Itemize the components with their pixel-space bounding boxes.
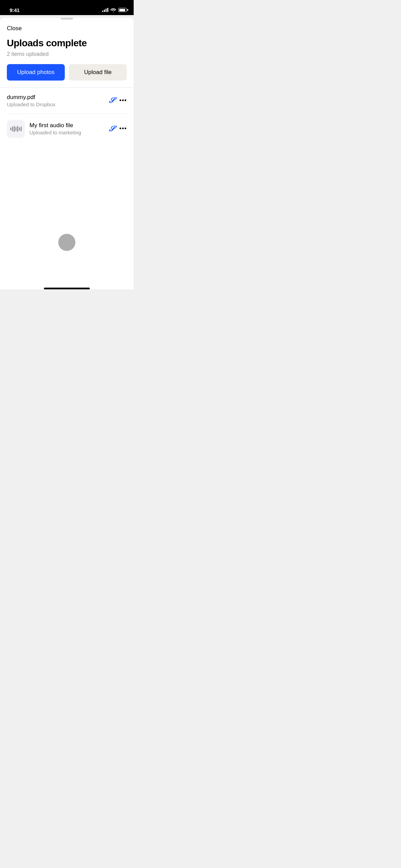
file-actions: 𝒮 ••• bbox=[109, 96, 127, 105]
status-bar: 9:41 bbox=[0, 0, 134, 15]
sheet-subtitle: 2 items uploaded bbox=[7, 51, 127, 57]
upload-file-button[interactable]: Upload file bbox=[69, 64, 127, 81]
file-info: dummy.pdf Uploaded to Dropbox bbox=[7, 94, 104, 107]
audio-file-thumbnail bbox=[7, 120, 25, 138]
signal-icon bbox=[102, 8, 108, 12]
more-options-icon[interactable]: ••• bbox=[119, 97, 127, 104]
sheet-title: Uploads complete bbox=[7, 37, 127, 49]
file-info: My first audio file Uploaded to marketin… bbox=[29, 122, 104, 135]
battery-icon bbox=[118, 8, 127, 12]
status-time: 9:41 bbox=[10, 7, 20, 13]
wifi-icon bbox=[110, 8, 116, 12]
upload-sheet: Close Uploads complete 2 items uploaded … bbox=[0, 18, 134, 289]
file-actions: 𝒮 ••• bbox=[109, 124, 127, 133]
more-options-icon[interactable]: ••• bbox=[119, 125, 127, 132]
upload-photos-button[interactable]: Upload photos bbox=[7, 64, 65, 81]
file-list: dummy.pdf Uploaded to Dropbox 𝒮 ••• bbox=[0, 88, 134, 144]
file-item: My first audio file Uploaded to marketin… bbox=[7, 114, 127, 144]
file-location: Uploaded to marketing bbox=[29, 130, 104, 135]
close-label: Close bbox=[7, 25, 22, 32]
file-name: dummy.pdf bbox=[7, 94, 104, 101]
file-name: My first audio file bbox=[29, 122, 104, 129]
action-buttons: Upload photos Upload file bbox=[0, 57, 134, 81]
share-link-icon[interactable]: 𝒮 bbox=[109, 124, 114, 133]
background-circle bbox=[58, 234, 75, 251]
file-item: dummy.pdf Uploaded to Dropbox 𝒮 ••• bbox=[7, 88, 127, 114]
share-link-icon[interactable]: 𝒮 bbox=[109, 96, 114, 105]
file-location: Uploaded to Dropbox bbox=[7, 101, 104, 107]
status-icons bbox=[102, 8, 127, 12]
waveform-icon bbox=[10, 125, 22, 133]
close-button[interactable]: Close bbox=[0, 20, 134, 32]
sheet-header: Uploads complete 2 items uploaded bbox=[0, 32, 134, 57]
home-indicator bbox=[44, 288, 90, 289]
